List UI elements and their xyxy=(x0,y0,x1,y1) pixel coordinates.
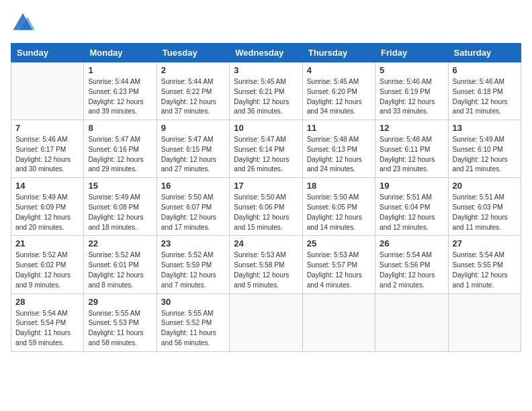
logo-icon xyxy=(11,11,35,35)
day-info: Sunrise: 5:55 AM Sunset: 5:52 PM Dayligh… xyxy=(161,309,225,349)
day-number: 8 xyxy=(88,123,152,133)
day-number: 14 xyxy=(15,181,79,191)
weekday-header: Tuesday xyxy=(157,44,229,62)
calendar-week-row: 1Sunrise: 5:44 AM Sunset: 6:23 PM Daylig… xyxy=(11,62,521,120)
day-number: 24 xyxy=(234,238,298,248)
calendar-cell: 10Sunrise: 5:47 AM Sunset: 6:14 PM Dayli… xyxy=(230,120,302,178)
calendar-cell xyxy=(448,293,521,351)
calendar-cell: 25Sunrise: 5:53 AM Sunset: 5:57 PM Dayli… xyxy=(302,236,375,293)
calendar-cell: 19Sunrise: 5:51 AM Sunset: 6:04 PM Dayli… xyxy=(375,178,448,236)
day-info: Sunrise: 5:46 AM Sunset: 6:18 PM Dayligh… xyxy=(453,77,517,117)
day-number: 7 xyxy=(15,123,79,133)
day-info: Sunrise: 5:51 AM Sunset: 6:03 PM Dayligh… xyxy=(453,193,517,232)
calendar-cell: 16Sunrise: 5:50 AM Sunset: 6:07 PM Dayli… xyxy=(157,178,229,236)
calendar-cell: 21Sunrise: 5:52 AM Sunset: 6:02 PM Dayli… xyxy=(11,236,84,293)
calendar-cell xyxy=(302,293,375,351)
calendar-cell: 24Sunrise: 5:53 AM Sunset: 5:58 PM Dayli… xyxy=(230,236,302,293)
day-info: Sunrise: 5:54 AM Sunset: 5:56 PM Dayligh… xyxy=(380,250,443,290)
day-info: Sunrise: 5:49 AM Sunset: 6:10 PM Dayligh… xyxy=(453,135,517,175)
calendar-cell: 28Sunrise: 5:54 AM Sunset: 5:54 PM Dayli… xyxy=(11,293,84,351)
day-info: Sunrise: 5:47 AM Sunset: 6:16 PM Dayligh… xyxy=(88,135,152,175)
calendar-cell: 6Sunrise: 5:46 AM Sunset: 6:18 PM Daylig… xyxy=(448,62,521,120)
calendar-cell: 5Sunrise: 5:46 AM Sunset: 6:19 PM Daylig… xyxy=(375,62,448,120)
day-info: Sunrise: 5:49 AM Sunset: 6:09 PM Dayligh… xyxy=(15,193,79,232)
calendar-cell: 18Sunrise: 5:50 AM Sunset: 6:05 PM Dayli… xyxy=(302,178,375,236)
calendar-week-row: 14Sunrise: 5:49 AM Sunset: 6:09 PM Dayli… xyxy=(11,178,521,236)
calendar-cell: 11Sunrise: 5:48 AM Sunset: 6:13 PM Dayli… xyxy=(302,120,375,178)
weekday-header: Thursday xyxy=(302,44,375,62)
weekday-header: Wednesday xyxy=(230,44,302,62)
weekday-header: Saturday xyxy=(448,44,521,62)
calendar-cell: 7Sunrise: 5:46 AM Sunset: 6:17 PM Daylig… xyxy=(11,120,84,178)
day-info: Sunrise: 5:48 AM Sunset: 6:11 PM Dayligh… xyxy=(380,135,443,175)
weekday-header: Friday xyxy=(375,44,448,62)
day-number: 13 xyxy=(453,123,517,133)
day-info: Sunrise: 5:50 AM Sunset: 6:07 PM Dayligh… xyxy=(161,193,225,232)
calendar-cell: 13Sunrise: 5:49 AM Sunset: 6:10 PM Dayli… xyxy=(448,120,521,178)
calendar-week-row: 7Sunrise: 5:46 AM Sunset: 6:17 PM Daylig… xyxy=(11,120,521,178)
day-number: 27 xyxy=(453,238,517,248)
calendar-cell: 17Sunrise: 5:50 AM Sunset: 6:06 PM Dayli… xyxy=(230,178,302,236)
calendar-cell: 15Sunrise: 5:49 AM Sunset: 6:08 PM Dayli… xyxy=(84,178,157,236)
weekday-header: Monday xyxy=(84,44,157,62)
weekday-header: Sunday xyxy=(11,44,84,62)
calendar-cell xyxy=(230,293,302,351)
day-number: 4 xyxy=(307,65,371,75)
calendar-table: SundayMondayTuesdayWednesdayThursdayFrid… xyxy=(11,43,521,352)
day-number: 1 xyxy=(88,65,152,75)
day-number: 26 xyxy=(380,238,443,248)
day-info: Sunrise: 5:47 AM Sunset: 6:15 PM Dayligh… xyxy=(161,135,225,175)
day-number: 20 xyxy=(453,181,517,191)
day-number: 12 xyxy=(380,123,443,133)
calendar-cell xyxy=(375,293,448,351)
logo xyxy=(11,11,38,35)
day-info: Sunrise: 5:50 AM Sunset: 6:05 PM Dayligh… xyxy=(307,193,371,232)
day-number: 22 xyxy=(88,238,152,248)
calendar-cell: 8Sunrise: 5:47 AM Sunset: 6:16 PM Daylig… xyxy=(84,120,157,178)
weekday-header-row: SundayMondayTuesdayWednesdayThursdayFrid… xyxy=(11,44,521,62)
day-info: Sunrise: 5:53 AM Sunset: 5:58 PM Dayligh… xyxy=(234,250,298,290)
day-number: 21 xyxy=(15,238,79,248)
day-number: 25 xyxy=(307,238,371,248)
day-number: 6 xyxy=(453,65,517,75)
day-info: Sunrise: 5:51 AM Sunset: 6:04 PM Dayligh… xyxy=(380,193,443,232)
day-info: Sunrise: 5:50 AM Sunset: 6:06 PM Dayligh… xyxy=(234,193,298,232)
day-number: 29 xyxy=(88,297,152,307)
day-info: Sunrise: 5:46 AM Sunset: 6:19 PM Dayligh… xyxy=(380,77,443,117)
calendar-cell: 20Sunrise: 5:51 AM Sunset: 6:03 PM Dayli… xyxy=(448,178,521,236)
day-number: 3 xyxy=(234,65,298,75)
calendar-week-row: 21Sunrise: 5:52 AM Sunset: 6:02 PM Dayli… xyxy=(11,236,521,293)
calendar-cell: 9Sunrise: 5:47 AM Sunset: 6:15 PM Daylig… xyxy=(157,120,229,178)
calendar-cell: 3Sunrise: 5:45 AM Sunset: 6:21 PM Daylig… xyxy=(230,62,302,120)
day-number: 18 xyxy=(307,181,371,191)
calendar-cell: 29Sunrise: 5:55 AM Sunset: 5:53 PM Dayli… xyxy=(84,293,157,351)
day-number: 23 xyxy=(161,238,225,248)
day-info: Sunrise: 5:49 AM Sunset: 6:08 PM Dayligh… xyxy=(88,193,152,232)
day-number: 5 xyxy=(380,65,443,75)
calendar-cell xyxy=(11,62,84,120)
day-info: Sunrise: 5:47 AM Sunset: 6:14 PM Dayligh… xyxy=(234,135,298,175)
day-number: 9 xyxy=(161,123,225,133)
day-number: 19 xyxy=(380,181,443,191)
day-info: Sunrise: 5:52 AM Sunset: 6:02 PM Dayligh… xyxy=(15,250,79,290)
day-info: Sunrise: 5:44 AM Sunset: 6:23 PM Dayligh… xyxy=(88,77,152,117)
day-number: 11 xyxy=(307,123,371,133)
day-info: Sunrise: 5:54 AM Sunset: 5:55 PM Dayligh… xyxy=(453,250,517,290)
day-number: 28 xyxy=(15,297,79,307)
page-header xyxy=(11,11,521,35)
day-info: Sunrise: 5:54 AM Sunset: 5:54 PM Dayligh… xyxy=(15,309,79,349)
calendar-cell: 22Sunrise: 5:52 AM Sunset: 6:01 PM Dayli… xyxy=(84,236,157,293)
day-info: Sunrise: 5:45 AM Sunset: 6:21 PM Dayligh… xyxy=(234,77,298,117)
day-number: 16 xyxy=(161,181,225,191)
day-info: Sunrise: 5:46 AM Sunset: 6:17 PM Dayligh… xyxy=(15,135,79,175)
day-number: 2 xyxy=(161,65,225,75)
calendar-cell: 2Sunrise: 5:44 AM Sunset: 6:22 PM Daylig… xyxy=(157,62,229,120)
day-info: Sunrise: 5:52 AM Sunset: 6:01 PM Dayligh… xyxy=(88,250,152,290)
calendar-cell: 23Sunrise: 5:52 AM Sunset: 5:59 PM Dayli… xyxy=(157,236,229,293)
calendar-cell: 26Sunrise: 5:54 AM Sunset: 5:56 PM Dayli… xyxy=(375,236,448,293)
calendar-cell: 12Sunrise: 5:48 AM Sunset: 6:11 PM Dayli… xyxy=(375,120,448,178)
day-number: 30 xyxy=(161,297,225,307)
day-info: Sunrise: 5:52 AM Sunset: 5:59 PM Dayligh… xyxy=(161,250,225,290)
day-number: 17 xyxy=(234,181,298,191)
calendar-cell: 30Sunrise: 5:55 AM Sunset: 5:52 PM Dayli… xyxy=(157,293,229,351)
